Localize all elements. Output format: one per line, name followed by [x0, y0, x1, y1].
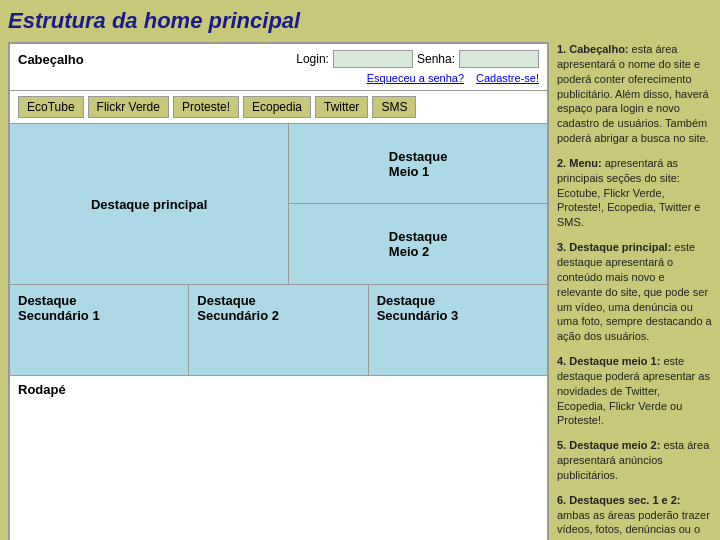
sidebar-text-3: 3. Destaque principal: este destaque apr…	[557, 240, 712, 344]
sec-highlight-1: Destaque Secundário 1	[10, 285, 189, 375]
footer-label: Rodapé	[18, 382, 66, 397]
sidebar-text-1: 1. Cabeçalho: esta área apresentará o no…	[557, 42, 712, 146]
sidebar-item-4: 4. Destaque meio 1: este destaque poderá…	[557, 354, 712, 428]
header-top-row: Cabeçalho Login: Senha:	[18, 50, 539, 68]
nav-ecopedia[interactable]: Ecopedia	[243, 96, 311, 118]
content-area: Destaque principal Destaque Meio 1 Desta…	[10, 124, 547, 284]
register-link[interactable]: Cadastre-se!	[476, 72, 539, 84]
meio2-text: Destaque Meio 2	[389, 229, 448, 259]
sidebar-text-4: 4. Destaque meio 1: este destaque poderá…	[557, 354, 712, 428]
senha-label: Senha:	[417, 52, 455, 66]
cabeçalho-label: Cabeçalho	[18, 52, 84, 67]
senha-input[interactable]	[459, 50, 539, 68]
nav-flickr-verde[interactable]: Flickr Verde	[88, 96, 169, 118]
sidebar-item-6: 6. Destaques sec. 1 e 2: ambas as áreas …	[557, 493, 712, 540]
sidebar-text-6: 6. Destaques sec. 1 e 2: ambas as áreas …	[557, 493, 712, 540]
sec2-text: Destaque Secundário 2	[197, 293, 279, 323]
secondary-area: Destaque Secundário 1 Destaque Secundári…	[10, 284, 547, 375]
highlight-meio-2: Destaque Meio 2	[289, 204, 547, 284]
login-label: Login:	[296, 52, 329, 66]
main-highlight: Destaque principal	[10, 124, 289, 284]
sidebar-item-1: 1. Cabeçalho: esta área apresentará o no…	[557, 42, 712, 146]
left-panel: Cabeçalho Login: Senha: Esqueceu a senha…	[8, 42, 549, 540]
sidebar-item-5: 5. Destaque meio 2: esta área apresentar…	[557, 438, 712, 483]
sec1-text: Destaque Secundário 1	[18, 293, 100, 323]
header-links: Esqueceu a senha? Cadastre-se!	[18, 72, 539, 84]
side-highlights: Destaque Meio 1 Destaque Meio 2	[289, 124, 547, 284]
sec-highlight-3: Destaque Secundário 3	[369, 285, 547, 375]
sidebar-item-3: 3. Destaque principal: este destaque apr…	[557, 240, 712, 344]
forgot-password-link[interactable]: Esqueceu a senha?	[367, 72, 464, 84]
sidebar-text-5: 5. Destaque meio 2: esta área apresentar…	[557, 438, 712, 483]
nav-ecotube[interactable]: EcoTube	[18, 96, 84, 118]
footer-section: Rodapé	[10, 375, 547, 403]
nav-twitter[interactable]: Twitter	[315, 96, 368, 118]
right-panel: 1. Cabeçalho: esta área apresentará o no…	[557, 42, 712, 540]
login-group: Login: Senha:	[296, 50, 539, 68]
nav-section: EcoTube Flickr Verde Proteste! Ecopedia …	[10, 91, 547, 124]
meio1-text: Destaque Meio 1	[389, 149, 448, 179]
nav-sms[interactable]: SMS	[372, 96, 416, 118]
sidebar-text-2: 2. Menu: apresentará as principais seçõe…	[557, 156, 712, 230]
login-input[interactable]	[333, 50, 413, 68]
highlight-meio-1: Destaque Meio 1	[289, 124, 547, 204]
sidebar-item-2: 2. Menu: apresentará as principais seçõe…	[557, 156, 712, 230]
nav-proteste[interactable]: Proteste!	[173, 96, 239, 118]
header-section: Cabeçalho Login: Senha: Esqueceu a senha…	[10, 44, 547, 91]
main-wrapper: Cabeçalho Login: Senha: Esqueceu a senha…	[8, 42, 712, 540]
sec-highlight-2: Destaque Secundário 2	[189, 285, 368, 375]
sec3-text: Destaque Secundário 3	[377, 293, 459, 323]
page-title: Estrutura da home principal	[8, 8, 712, 34]
